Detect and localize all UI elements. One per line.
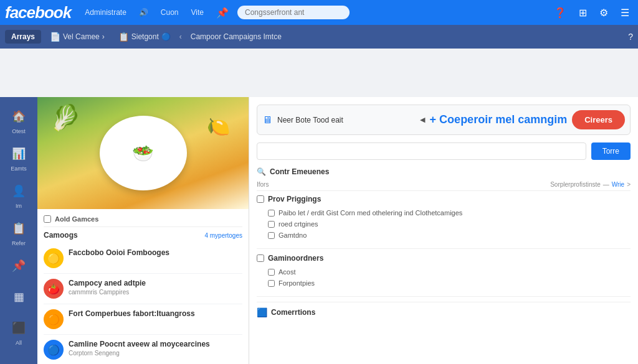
add-games-section: Aold Gamces [44, 215, 242, 223]
campaign-info-0: Faccbobo Ooioi Fombooges [69, 248, 242, 258]
help-icon[interactable]: ? [628, 32, 633, 42]
top-navigation: facebook Administrate 🔊 Cuon Vite 📌 ❓ ⊞ … [0, 0, 638, 25]
campaign-avatar-1: 🍅 [44, 279, 64, 299]
campaign-info-3: Camline Poocnt aveew al moycearcines Cor… [69, 340, 242, 357]
filter-group-label-1: Gaminoordners [268, 254, 323, 263]
sidebar-item-all[interactable]: ⬛ All [2, 314, 35, 348]
left-panel: 🥗 🥬 🍋 Aold Gamces Camoogs 4 mypertoges 🟡 [37, 97, 249, 364]
campaign-sub-1: cammmris Camppires [69, 289, 242, 296]
section-divider [257, 248, 631, 249]
sidebar-label-im: Im [16, 203, 22, 209]
sidebar-item-pin[interactable]: 📌 [2, 251, 35, 280]
right-panel: 🖥 Neer Bote Tood eait ◀ + Coeperoir mel … [249, 97, 638, 364]
left-panel-body: Aold Gamces Camoogs 4 mypertoges 🟡 Faccb… [37, 209, 249, 364]
filter-sub-label-1-1: Forpontpies [279, 279, 315, 287]
nav-link-administrate[interactable]: Administrate [81, 7, 130, 18]
filter-title: 🔍 Contr Emeuenes [257, 167, 631, 176]
filter-group-0: Prov Priggings Paibo let / erdit Gist Co… [257, 195, 631, 241]
filter-sub-item-0-0: Paibo let / erdit Gist Corn med otheleri… [257, 207, 631, 218]
nav-settings-icon[interactable]: ⚙ [596, 4, 612, 21]
add-gamces-label: Aold Gamces [55, 215, 98, 223]
filter-sub-item-0-1: roed crtgines [257, 218, 631, 230]
filter-sub-label-0-2: Gamtdno [279, 231, 307, 239]
table-button[interactable]: Torre [591, 142, 631, 160]
create-button[interactable]: Cireers [572, 110, 625, 129]
sidebar-item-im[interactable]: 👤 Im [2, 177, 35, 212]
left-sidebar: 🏠 Otest 📊 Eamts 👤 Im 📋 Refer 📌 ▦ ⬛ All [0, 97, 37, 364]
sidebar-item-otest[interactable]: 🏠 Otest [2, 102, 35, 137]
campaign-name-3: Camline Poocnt aveew al moycearcines [69, 340, 242, 350]
filter-sub-checkbox-0-2[interactable] [268, 232, 275, 239]
filter-sub-checkbox-0-0[interactable] [268, 210, 275, 217]
filter-section: 🔍 Contr Emeuenes Ifors Sorplerprofistins… [257, 167, 631, 322]
secondary-navigation: Arrays 📄 Vel Camee › 📋 Sietgont 🔵 ‹ Camp… [0, 25, 638, 49]
filter-sub-label-0-1: roed crtgines [279, 220, 318, 228]
main-layout: 🏠 Otest 📊 Eamts 👤 Im 📋 Refer 📌 ▦ ⬛ All [0, 97, 638, 364]
filter-sub-checkbox-1-0[interactable] [268, 269, 275, 276]
sidebar-label-otest: Otest [12, 128, 26, 134]
sidebar-item-refer[interactable]: 📋 Refer [2, 214, 35, 249]
nav-question-icon[interactable]: ❓ [550, 4, 570, 21]
campaign-avatar-2: 🟠 [44, 309, 64, 329]
food-plate: 🥗 [100, 116, 187, 190]
sidebar-item-eamts[interactable]: 📊 Eamts [2, 139, 35, 174]
facebook-logo: facebook [5, 3, 71, 22]
top-search-input[interactable] [237, 6, 350, 19]
chevron-right-icon: > [627, 181, 631, 188]
nav-link-cuon[interactable]: Cuon [157, 7, 183, 18]
campaign-name-0: Faccbobo Ooioi Fombooges [69, 248, 242, 258]
arrays-label[interactable]: Arrays [5, 30, 41, 44]
campaign-info-2: Fort Comperbues fabort:Ituangross [69, 309, 242, 319]
chart-icon: 📊 [4, 142, 34, 166]
add-gamces-checkbox[interactable] [44, 215, 51, 223]
campaign-sub-3: Corptorn Sengeng [69, 350, 242, 357]
section-divider-2 [257, 296, 631, 297]
campaign-item-2[interactable]: 🟠 Fort Comperbues fabort:Ituangross [44, 304, 242, 335]
nav-grid-icon[interactable]: ⊞ [575, 4, 591, 21]
filter-search-input[interactable] [257, 142, 586, 160]
nav-pin-icon[interactable]: 📌 [212, 4, 232, 21]
garnish2-icon: 🍋 [207, 116, 230, 138]
table-header-left: Ifors [257, 181, 269, 188]
campaign-item-3[interactable]: 🔵 Camline Poocnt aveew al moycearcines C… [44, 335, 242, 364]
header-separator: — [603, 181, 609, 188]
search-row: Torre [257, 142, 631, 160]
campaign-name-1: Campocy aned adtpie [69, 279, 242, 289]
food-image: 🥗 🥬 🍋 [37, 97, 249, 209]
nav-icon-sound[interactable]: 🔊 [135, 7, 152, 18]
filter-sub-checkbox-1-1[interactable] [268, 280, 275, 287]
filter-sub-item-0-2: Gamtdno [257, 230, 631, 241]
user-icon: 👤 [4, 179, 34, 203]
filter-sub-item-1-0: Acost [257, 266, 631, 278]
bar-chart-icon: ▦ [4, 285, 34, 309]
filter-group-checkbox-1[interactable] [257, 254, 264, 262]
campaigns-header: Camoogs 4 mypertoges [44, 226, 242, 243]
filter-group-title-0: Prov Priggings [257, 195, 631, 203]
doc-icon: 📋 [118, 32, 129, 42]
filter-group-checkbox-0[interactable] [257, 195, 264, 203]
nav-link-vite[interactable]: Vite [188, 7, 207, 18]
clipboard-icon: 📋 [4, 217, 34, 240]
add-campaign-plus[interactable]: + Coeperoir mel camngim [430, 113, 568, 126]
pin-icon: 📌 [4, 254, 34, 278]
table-header-link[interactable]: Wrie [612, 181, 624, 188]
campaign-item-1[interactable]: 🍅 Campocy aned adtpie cammmris Camppires [44, 274, 242, 304]
nav-campoor-campaigns[interactable]: Campoor Campaigns Imtce [186, 30, 287, 44]
campaigns-count[interactable]: 4 mypertoges [204, 232, 242, 239]
navigation-arrow: ◀ [420, 116, 425, 124]
campaign-name-2: Fort Comperbues fabort:Ituangross [69, 309, 242, 319]
nav-vel-camee[interactable]: 📄 Vel Camee › [45, 29, 110, 44]
sidebar-label-eamts: Eamts [11, 166, 27, 172]
nav-menu-icon[interactable]: ☰ [617, 4, 633, 21]
campaign-avatar-3: 🔵 [44, 340, 64, 360]
nav-sietgont[interactable]: 📋 Sietgont 🔵 [113, 29, 176, 44]
campaign-item-0[interactable]: 🟡 Faccbobo Ooioi Fombooges [44, 243, 242, 274]
filter-group-1: Gaminoordners Acost Forpontpies [257, 254, 631, 289]
bottom-section-text: Comerrtions [271, 308, 315, 317]
filter-sub-item-1-1: Forpontpies [257, 278, 631, 289]
create-header: 🖥 Neer Bote Tood eait ◀ + Coeperoir mel … [257, 105, 631, 135]
filter-sub-label-0-0: Paibo let / erdit Gist Corn med otheleri… [279, 209, 462, 217]
page-icon: 📄 [50, 32, 60, 42]
sidebar-item-chart[interactable]: ▦ [2, 282, 35, 311]
filter-sub-checkbox-0-1[interactable] [268, 221, 275, 228]
